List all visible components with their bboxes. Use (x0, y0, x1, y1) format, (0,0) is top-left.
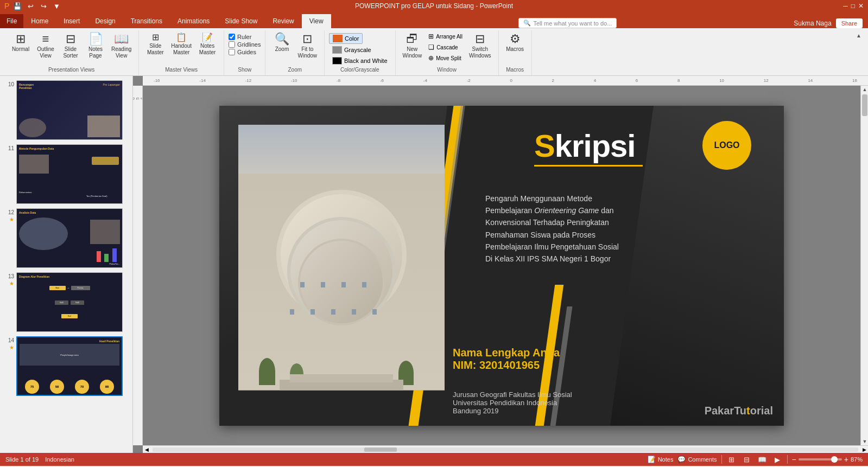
save-btn[interactable]: 💾 (12, 1, 22, 11)
scroll-left-arrow[interactable]: ◀ (143, 446, 150, 453)
slide-thumb-12[interactable]: 12 ★ Analisis Data PakarTut... (2, 206, 130, 270)
guides-checkbox[interactable]: Guides (229, 49, 261, 55)
scroll-down-arrow[interactable]: ▼ (861, 438, 868, 445)
slide-thumb-13[interactable]: 13 ★ Diagram Alur Penelitian Start → Pro… (2, 270, 130, 334)
zoom-slider[interactable] (799, 458, 842, 460)
tab-home[interactable]: Home (23, 14, 56, 28)
group-zoom: 🔍 Zoom ⊡ Fit toWindow Zoom (265, 30, 325, 75)
tab-transitions[interactable]: Transitions (123, 14, 170, 28)
zoom-btn[interactable]: 🔍 Zoom (270, 31, 294, 54)
tab-animations[interactable]: Animations (170, 14, 217, 28)
scroll-thumb-v[interactable] (862, 94, 867, 116)
slide-thumb-11[interactable]: 11 Metode Pengumpulan Data Tes (Pemberia… (2, 142, 130, 206)
minimize-btn[interactable]: ─ (843, 2, 848, 10)
slide-panel[interactable]: 10 Rancangan Penelitian Pro Lapangan 11 … (0, 76, 133, 453)
desc-line4: Pemahaman Siswa pada Proses (485, 231, 595, 239)
zoom-label: Zoom (288, 67, 302, 74)
maximize-btn[interactable]: □ (851, 2, 855, 10)
building-image (238, 125, 445, 391)
zoom-percent[interactable]: 87% (851, 456, 863, 463)
scroll-thumb-h[interactable] (364, 447, 397, 452)
normal-view-status-btn[interactable]: ⊞ (726, 455, 737, 464)
ribbon-expand-btn[interactable]: ▲ (854, 31, 864, 40)
horizontal-scrollbar[interactable]: ◀ ▶ (143, 445, 868, 453)
tell-me-bar[interactable]: 🔍 Tell me what you want to do... (518, 18, 617, 28)
inst-1: Jurusan Geografi Fakultas Ilmu Sosial (453, 391, 648, 399)
close-btn[interactable]: ✕ (858, 2, 864, 10)
tab-insert[interactable]: Insert (56, 14, 87, 28)
comments-icon: 💬 (677, 456, 686, 463)
tab-view[interactable]: View (302, 14, 331, 28)
slide-thumb-14[interactable]: 14 ★ Hasil Penelitian 75 58 79 88 (2, 334, 130, 398)
black-white-btn[interactable]: Black and White (329, 56, 390, 66)
zoom-icon: 🔍 (275, 33, 289, 45)
status-bar: Slide 1 of 19 Indonesian 📝 Notes 💬 Comme… (0, 453, 868, 466)
normal-view-btn[interactable]: ⊞ Normal (9, 31, 33, 54)
slide-master-btn[interactable]: ⊞ SlideMaster (143, 31, 167, 57)
tab-review[interactable]: Review (265, 14, 301, 28)
tab-design[interactable]: Design (87, 14, 123, 28)
tab-slideshow[interactable]: Slide Show (217, 14, 265, 28)
vertical-scrollbar[interactable]: ▲ ▼ (860, 86, 868, 445)
reading-view-status-btn[interactable]: 📖 (757, 455, 768, 464)
slide-14-thumbnail[interactable]: Hasil Penelitian 75 58 79 88 People/im (16, 336, 123, 396)
slide-10-thumbnail[interactable]: Rancangan Penelitian Pro Lapangan (16, 80, 123, 140)
share-button[interactable]: Share (836, 18, 863, 28)
zoom-minus[interactable]: − (792, 455, 796, 464)
handout-master-btn[interactable]: 📋 HandoutMaster (168, 31, 194, 57)
comments-btn[interactable]: 💬 Comments (677, 456, 717, 463)
notes-master-btn[interactable]: 📝 NotesMaster (195, 31, 219, 57)
notes-page-btn[interactable]: 📄 NotesPage (84, 31, 107, 61)
grayscale-btn[interactable]: Grayscale (329, 45, 375, 55)
new-window-btn[interactable]: 🗗 NewWindow (400, 31, 425, 61)
inst-2: Universitas Pendidikan Indonesia (453, 399, 648, 407)
window-label: Window (437, 67, 457, 74)
redo-btn[interactable]: ↪ (39, 1, 48, 11)
outline-view-btn[interactable]: ≡ OutlineView (34, 31, 58, 61)
slide-13-thumbnail[interactable]: Diagram Alur Penelitian Start → Process … (16, 272, 123, 332)
color-btn[interactable]: Color (329, 33, 363, 44)
slide-11-number: 11 (5, 144, 14, 151)
slide-thumb-10[interactable]: 10 Rancangan Penelitian Pro Lapangan (2, 78, 130, 142)
show-label: Show (238, 67, 251, 74)
slide-master-icon: ⊞ (152, 33, 159, 42)
slide-12-thumbnail[interactable]: Analisis Data PakarTut... (16, 208, 123, 268)
desc-line6: Di Kelas XII IPS SMA Negeri 1 Bogor (485, 254, 611, 263)
notes-btn[interactable]: 📝 Notes (648, 456, 674, 463)
divider-2 (787, 455, 788, 464)
reading-view-btn[interactable]: 📖 ReadingView (109, 31, 134, 61)
slideshow-view-status-btn[interactable]: ▶ (772, 455, 783, 464)
slide-viewport[interactable]: LOGO Skripsi Pengaruh Menggunaan Metode (143, 86, 860, 445)
zoom-plus[interactable]: + (844, 455, 848, 464)
fit-to-window-btn[interactable]: ⊡ Fit toWindow (295, 31, 320, 61)
ruler-checkbox[interactable]: Ruler (229, 34, 261, 40)
group-show: Ruler Gridlines Guides Show (224, 30, 265, 75)
slide-11-thumbnail[interactable]: Metode Pengumpulan Data Tes (Pemberian S… (16, 144, 123, 204)
ribbon-tabs: File Home Insert Design Transitions Anim… (0, 12, 868, 28)
scroll-track-h[interactable] (153, 447, 858, 452)
group-window: 🗗 NewWindow ⊞ Arrange All ❑ Cascade ⊕ Mo… (396, 30, 499, 75)
slide-sorter-btn[interactable]: ⊟ SlideSorter (59, 31, 83, 61)
zoom-bar: − + 87% (792, 455, 863, 464)
slide-area: 9 8 7 6 5 4 3 2 1 (133, 86, 868, 445)
tab-file[interactable]: File (0, 14, 23, 28)
slide-title: Skripsi (534, 127, 643, 167)
slide-10-number: 10 (5, 80, 14, 87)
arrange-all-btn[interactable]: ⊞ Arrange All (426, 31, 465, 41)
canvas-container: // ruler ticks drawn via template below … (133, 76, 868, 453)
cascade-btn[interactable]: ❑ Cascade (426, 42, 465, 52)
switch-windows-btn[interactable]: ⊟ SwitchWindows (466, 31, 494, 61)
move-split-btn[interactable]: ⊕ Move Split (426, 53, 465, 63)
watermark: PakarTutorial (705, 405, 773, 417)
scroll-track-v[interactable] (861, 93, 868, 438)
gridlines-checkbox[interactable]: Gridlines (229, 41, 261, 48)
slide-14-star: ★ (9, 344, 14, 350)
macros-btn[interactable]: ⚙ Macros (503, 31, 527, 54)
scroll-up-arrow[interactable]: ▲ (861, 86, 868, 93)
scroll-right-arrow[interactable]: ▶ (860, 446, 868, 453)
zoom-thumb[interactable] (831, 456, 838, 463)
undo-btn[interactable]: ↩ (26, 1, 35, 11)
customize-btn[interactable]: ▼ (52, 1, 61, 11)
user-name: Sukma Naga (794, 20, 831, 27)
sorter-view-status-btn[interactable]: ⊟ (742, 455, 752, 464)
